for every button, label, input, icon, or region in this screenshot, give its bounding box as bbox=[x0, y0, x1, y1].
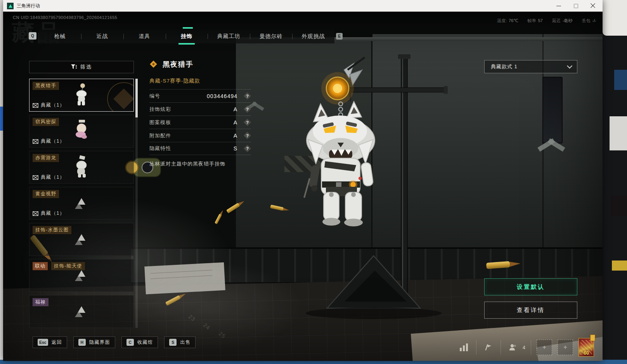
collection-grade-icon bbox=[33, 139, 38, 144]
item-name: 黑夜猎手 bbox=[33, 82, 59, 90]
chevron-down-icon bbox=[567, 63, 572, 69]
stats-chart-button[interactable] bbox=[457, 341, 471, 354]
item-name: 黄金视野 bbox=[33, 190, 59, 198]
collection-emblem bbox=[107, 82, 134, 112]
collection-grade-icon bbox=[33, 103, 38, 108]
list-item-black-night-hunter[interactable]: 黑夜猎手 典藏（1） bbox=[29, 79, 134, 112]
help-icon[interactable]: ? bbox=[244, 119, 251, 126]
tab-next-keyhint[interactable]: E bbox=[336, 33, 343, 40]
item-grade: 典藏（1） bbox=[33, 102, 65, 109]
esc-keyhint: Esc bbox=[38, 339, 48, 346]
item-grade: 典藏（1） bbox=[33, 174, 65, 181]
filter-funnel-icon bbox=[71, 64, 77, 70]
help-icon[interactable]: ? bbox=[244, 132, 251, 139]
maximize-button[interactable] bbox=[573, 3, 579, 9]
item-name: 挂饰-水墨云图 bbox=[33, 226, 71, 234]
stat-latency: 延迟-毫秒 bbox=[552, 18, 573, 24]
hide-ui-button[interactable]: H 隐藏界面 bbox=[73, 336, 115, 348]
tab-charms[interactable]: 挂饰 bbox=[166, 29, 208, 43]
report-flag-button[interactable] bbox=[482, 341, 495, 354]
item-thumbnail bbox=[71, 155, 92, 180]
background-window-strip bbox=[603, 0, 627, 364]
plus-icon: + bbox=[542, 343, 546, 351]
item-name: 福禄 bbox=[33, 298, 48, 306]
set-default-button[interactable]: 设置默认 bbox=[484, 278, 577, 295]
background-window-corner bbox=[603, 0, 627, 36]
person-icon bbox=[509, 343, 517, 351]
tab-prev-keyhint[interactable]: Q bbox=[29, 32, 36, 40]
taskbar-pinned-icon bbox=[0, 107, 3, 131]
filter-button[interactable]: 筛选 bbox=[29, 61, 134, 73]
active-tab-indicator bbox=[183, 27, 193, 29]
bar-chart-icon bbox=[460, 343, 468, 351]
desktop-background: 三角洲行动 23 24 25 bbox=[0, 0, 627, 364]
tab-collection-workshop[interactable]: 典藏工坊 bbox=[208, 29, 250, 43]
list-item-golden-vision[interactable]: 黄金视野 典藏（1） bbox=[29, 187, 134, 220]
background-fragment bbox=[612, 260, 627, 271]
scrollbar-thumb[interactable] bbox=[135, 79, 138, 117]
list-item-wind-stealer-spy[interactable]: 窃风密探 典藏（1） bbox=[29, 115, 134, 148]
loading-placeholder-icon bbox=[75, 198, 88, 209]
scene-crate-latch bbox=[542, 77, 563, 143]
close-button[interactable] bbox=[590, 3, 596, 9]
performance-stats: 温度:76℃ 帧率57 延迟-毫秒 丢包-/- bbox=[497, 18, 596, 24]
tab-appearance-challenge[interactable]: 外观挑战 bbox=[292, 29, 334, 43]
squad-count: 4 bbox=[523, 345, 525, 350]
list-item-angel-collab[interactable]: 联动 挂饰-能天使 bbox=[29, 259, 134, 292]
item-name: 窃风密探 bbox=[33, 118, 59, 126]
list-item-fulu[interactable]: 福禄 bbox=[29, 295, 134, 328]
stat-packet-loss: 丢包-/- bbox=[582, 18, 596, 24]
tab-items[interactable]: 道具 bbox=[123, 29, 166, 43]
item-name: 赤霄游龙 bbox=[33, 154, 59, 162]
sell-button[interactable]: S 出售 bbox=[164, 336, 196, 348]
squad-button[interactable] bbox=[506, 341, 520, 354]
minimize-button[interactable] bbox=[556, 3, 561, 9]
loading-placeholder-icon bbox=[75, 306, 88, 317]
s-keyhint: S bbox=[169, 339, 177, 346]
item-description: 丛林派对主题中的黑夜猎手挂饰 bbox=[149, 160, 251, 167]
h-keyhint: H bbox=[78, 339, 86, 346]
detail-row-hidden-trait: 隐藏特性S ? bbox=[149, 142, 251, 155]
list-scrollbar[interactable] bbox=[135, 79, 138, 328]
item-count: 60 bbox=[579, 350, 594, 356]
back-button[interactable]: Esc 返回 bbox=[33, 336, 67, 348]
plus-icon: + bbox=[563, 343, 567, 351]
scene-bullet bbox=[215, 209, 224, 224]
toolbar-divider bbox=[501, 340, 501, 355]
flag-icon bbox=[485, 343, 492, 351]
charm-category-icon bbox=[149, 60, 158, 69]
item-ribbon-badge bbox=[590, 335, 595, 341]
item-detail-panel: 黑夜猎手 典藏-S7赛季-隐藏款 编号003446494 ? 挂饰炫彩A ? 图… bbox=[149, 60, 251, 167]
empty-slot-button[interactable]: + bbox=[537, 340, 552, 355]
detail-row-charm-finish: 挂饰炫彩A ? bbox=[149, 102, 251, 116]
stat-temperature: 温度:76℃ bbox=[497, 18, 518, 24]
loading-placeholder-icon bbox=[75, 234, 88, 245]
app-logo-icon bbox=[7, 3, 14, 9]
empty-slot-button[interactable]: + bbox=[558, 340, 573, 355]
view-details-button[interactable]: 查看详情 bbox=[484, 302, 577, 319]
list-item-ink-cloud[interactable]: 挂饰-水墨云图 bbox=[29, 223, 134, 256]
collab-badge: 联动 bbox=[33, 262, 48, 270]
game-window: 三角洲行动 23 24 25 bbox=[3, 0, 603, 361]
charm-list: 黑夜猎手 典藏（1） 窃风密探 典藏 bbox=[29, 79, 134, 328]
tab-guns[interactable]: 枪械 bbox=[39, 29, 81, 43]
style-dropdown-value: 典藏款式 1 bbox=[491, 63, 518, 70]
collection-hall-button[interactable]: C 收藏馆 bbox=[121, 336, 158, 348]
detail-row-pattern-template: 图案模板A ? bbox=[149, 116, 251, 129]
help-icon[interactable]: ? bbox=[244, 105, 251, 113]
hotkey-bar: Esc 返回 H 隐藏界面 C 收藏馆 S 出售 bbox=[33, 336, 196, 348]
style-dropdown[interactable]: 典藏款式 1 bbox=[484, 60, 577, 73]
scene-crate-left bbox=[236, 40, 372, 259]
desktop-edge-left bbox=[0, 0, 3, 364]
loading-placeholder-icon bbox=[75, 270, 88, 281]
tab-melee[interactable]: 近战 bbox=[81, 29, 123, 43]
list-item-crimson-dragon[interactable]: 赤霄游龙 典藏（1） bbox=[29, 151, 134, 184]
stat-fps: 帧率57 bbox=[528, 18, 543, 24]
tab-mandel-brick[interactable]: 曼德尔砖 bbox=[250, 29, 292, 43]
equipped-item-thumbnail[interactable]: 60 bbox=[579, 338, 594, 357]
help-icon[interactable]: ? bbox=[244, 92, 251, 100]
window-title: 三角洲行动 bbox=[17, 3, 40, 9]
filter-label: 筛选 bbox=[80, 64, 92, 71]
help-icon[interactable]: ? bbox=[244, 145, 251, 152]
window-titlebar: 三角洲行动 bbox=[3, 0, 603, 12]
